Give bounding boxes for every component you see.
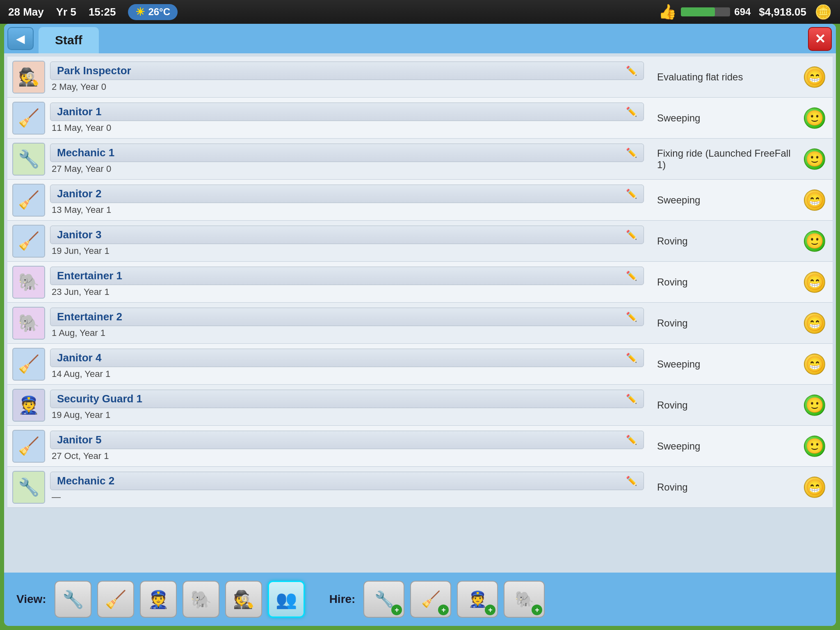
staff-date: 27 May, Year 0 xyxy=(50,164,644,174)
filter-btn-entertainer[interactable]: 🐘 xyxy=(183,581,219,618)
staff-date: — xyxy=(50,492,644,502)
staff-avatar: 🕵️ xyxy=(12,61,45,94)
panel-title: Staff xyxy=(55,33,82,47)
staff-date: 27 Oct, Year 1 xyxy=(50,451,644,461)
edit-icon[interactable]: ✏️ xyxy=(626,66,637,76)
staff-name-bar: Entertainer 2 ✏️ xyxy=(50,308,644,326)
edit-icon[interactable]: ✏️ xyxy=(626,189,637,199)
staff-row[interactable]: 🧹 Janitor 4 ✏️ 14 Aug, Year 1 Sweeping 😁 xyxy=(7,344,833,385)
temp-display: 26°C xyxy=(148,6,170,18)
staff-name: Security Guard 1 xyxy=(57,393,142,405)
hire-btn-hire-mechanic[interactable]: 🔧+ xyxy=(363,581,404,618)
staff-mood: 🙂 xyxy=(801,107,828,129)
edit-icon[interactable]: ✏️ xyxy=(626,353,637,363)
staff-name-bar: Janitor 5 ✏️ xyxy=(50,431,644,449)
mood-face: 🙂 xyxy=(804,436,825,457)
staff-name: Janitor 5 xyxy=(57,434,101,446)
staff-name-bar: Park Inspector ✏️ xyxy=(50,62,644,80)
mood-face: 😁 xyxy=(804,354,825,375)
money-display: $4,918.05 xyxy=(759,6,806,18)
staff-name-row: Janitor 3 ✏️ xyxy=(50,226,644,244)
top-bar: 28 May Yr 5 15:25 ☀ 26°C 👍 694 $4,918.05… xyxy=(0,0,840,24)
staff-date: 2 May, Year 0 xyxy=(50,82,644,92)
staff-mood: 🙂 xyxy=(801,231,828,252)
staff-row[interactable]: 🔧 Mechanic 2 ✏️ — Roving 😁 xyxy=(7,467,833,508)
staff-avatar: 🔧 xyxy=(12,143,45,176)
edit-icon[interactable]: ✏️ xyxy=(626,148,637,158)
staff-task: Roving xyxy=(649,276,797,288)
staff-task: Sweeping xyxy=(649,194,797,206)
filter-btn-mechanic[interactable]: 🔧 xyxy=(55,581,91,618)
staff-date: 13 May, Year 1 xyxy=(50,205,644,215)
hire-btn-hire-security[interactable]: 👮+ xyxy=(457,581,498,618)
edit-icon[interactable]: ✏️ xyxy=(626,476,637,486)
staff-name: Janitor 1 xyxy=(57,105,101,118)
plus-badge: + xyxy=(485,605,495,615)
hire-btn-hire-janitor[interactable]: 🧹+ xyxy=(410,581,451,618)
edit-icon[interactable]: ✏️ xyxy=(626,394,637,404)
back-button[interactable]: ◀ xyxy=(7,27,34,50)
staff-date: 1 Aug, Year 1 xyxy=(50,328,644,338)
staff-date: 11 May, Year 0 xyxy=(50,123,644,133)
staff-name-row: Park Inspector ✏️ xyxy=(50,62,644,80)
staff-name-bar: Security Guard 1 ✏️ xyxy=(50,390,644,408)
filter-btn-all[interactable]: 👥 xyxy=(268,581,305,618)
staff-avatar: 🧹 xyxy=(12,430,45,463)
staff-mood: 🙂 xyxy=(801,148,828,170)
staff-name-bar: Janitor 3 ✏️ xyxy=(50,226,644,244)
staff-info: Janitor 2 ✏️ 13 May, Year 1 xyxy=(50,185,644,215)
happiness-container: 👍 694 xyxy=(658,3,751,21)
staff-name-row: Mechanic 1 ✏️ xyxy=(50,144,644,162)
staff-row[interactable]: 🔧 Mechanic 1 ✏️ 27 May, Year 0 Fixing ri… xyxy=(7,139,833,180)
filter-btn-inspector[interactable]: 🕵 xyxy=(225,581,262,618)
staff-mood: 😁 xyxy=(801,477,828,498)
staff-mood: 😁 xyxy=(801,66,828,88)
staff-name-row: Janitor 1 ✏️ xyxy=(50,103,644,121)
staff-name: Park Inspector xyxy=(57,64,131,77)
staff-row[interactable]: 🧹 Janitor 1 ✏️ 11 May, Year 0 Sweeping 🙂 xyxy=(7,98,833,139)
edit-icon[interactable]: ✏️ xyxy=(626,271,637,281)
staff-avatar: 🔧 xyxy=(12,471,45,504)
staff-row[interactable]: 🐘 Entertainer 1 ✏️ 23 Jun, Year 1 Roving… xyxy=(7,262,833,303)
main-panel: ◀ Staff ✕ 🕵️ Park Inspector ✏️ 2 May, Ye… xyxy=(4,24,836,626)
staff-mood: 😁 xyxy=(801,272,828,293)
staff-row[interactable]: 🧹 Janitor 5 ✏️ 27 Oct, Year 1 Sweeping 🙂 xyxy=(7,426,833,467)
staff-row[interactable]: 🐘 Entertainer 2 ✏️ 1 Aug, Year 1 Roving … xyxy=(7,303,833,344)
staff-name-row: Janitor 2 ✏️ xyxy=(50,185,644,203)
staff-info: Park Inspector ✏️ 2 May, Year 0 xyxy=(50,62,644,92)
staff-info: Janitor 4 ✏️ 14 Aug, Year 1 xyxy=(50,349,644,379)
mood-face: 🙂 xyxy=(804,231,825,252)
coin-icon: 🪙 xyxy=(815,4,832,20)
filter-btn-security[interactable]: 👮 xyxy=(140,581,177,618)
staff-name: Janitor 2 xyxy=(57,187,101,200)
staff-row[interactable]: 🧹 Janitor 3 ✏️ 19 Jun, Year 1 Roving 🙂 xyxy=(7,221,833,262)
staff-task: Roving xyxy=(649,399,797,411)
staff-list: 🕵️ Park Inspector ✏️ 2 May, Year 0 Evalu… xyxy=(4,53,836,573)
close-button[interactable]: ✕ xyxy=(808,27,832,51)
staff-name-bar: Janitor 2 ✏️ xyxy=(50,185,644,203)
time-display: 15:25 xyxy=(89,6,116,18)
hire-btn-hire-entertainer[interactable]: 🐘+ xyxy=(504,581,545,618)
staff-info: Entertainer 1 ✏️ 23 Jun, Year 1 xyxy=(50,267,644,297)
staff-name-bar: Janitor 4 ✏️ xyxy=(50,349,644,367)
staff-info: Janitor 3 ✏️ 19 Jun, Year 1 xyxy=(50,226,644,256)
plus-badge: + xyxy=(438,605,449,615)
staff-avatar: 🐘 xyxy=(12,307,45,340)
staff-row[interactable]: 👮 Security Guard 1 ✏️ 19 Aug, Year 1 Rov… xyxy=(7,385,833,426)
staff-mood: 🙂 xyxy=(801,436,828,457)
mood-face: 🙂 xyxy=(804,107,825,129)
staff-mood: 😁 xyxy=(801,189,828,211)
mood-face: 😁 xyxy=(804,189,825,211)
edit-icon[interactable]: ✏️ xyxy=(626,435,637,445)
staff-info: Entertainer 2 ✏️ 1 Aug, Year 1 xyxy=(50,308,644,338)
edit-icon[interactable]: ✏️ xyxy=(626,107,637,117)
staff-row[interactable]: 🧹 Janitor 2 ✏️ 13 May, Year 1 Sweeping 😁 xyxy=(7,180,833,221)
staff-name: Janitor 4 xyxy=(57,352,101,364)
edit-icon[interactable]: ✏️ xyxy=(626,230,637,240)
edit-icon[interactable]: ✏️ xyxy=(626,312,637,322)
staff-row[interactable]: 🕵️ Park Inspector ✏️ 2 May, Year 0 Evalu… xyxy=(7,57,833,98)
staff-name: Entertainer 1 xyxy=(57,269,122,282)
filter-btn-janitor[interactable]: 🧹 xyxy=(97,581,134,618)
staff-task: Sweeping xyxy=(649,441,797,452)
staff-name-row: Security Guard 1 ✏️ xyxy=(50,390,644,408)
